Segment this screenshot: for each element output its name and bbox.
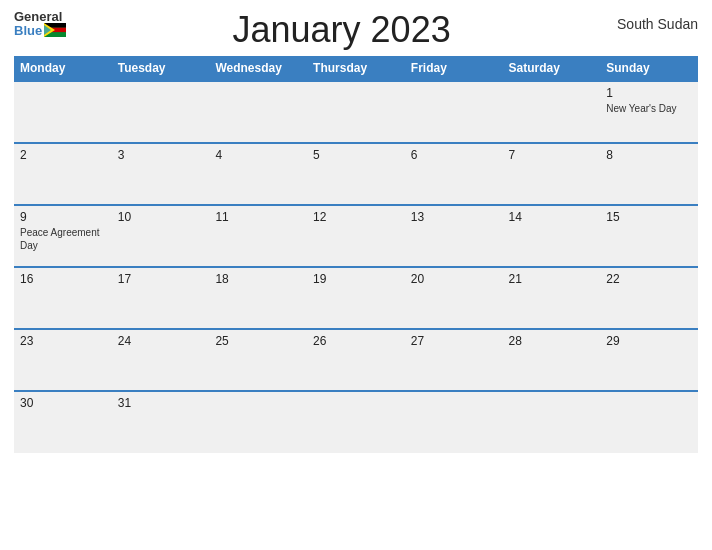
col-wednesday: Wednesday (209, 56, 307, 81)
table-row: 9Peace Agreement Day (14, 205, 112, 267)
day-number: 6 (411, 148, 497, 162)
calendar-header-row: Monday Tuesday Wednesday Thursday Friday… (14, 56, 698, 81)
calendar-header: General Blue January 2023 South Sudan (14, 10, 698, 50)
day-number: 1 (606, 86, 692, 100)
col-monday: Monday (14, 56, 112, 81)
table-row: 2 (14, 143, 112, 205)
calendar-container: General Blue January 2023 South Sudan (0, 0, 712, 550)
day-number: 11 (215, 210, 301, 224)
day-number: 25 (215, 334, 301, 348)
holiday-label: Peace Agreement Day (20, 226, 106, 252)
table-row: 17 (112, 267, 210, 329)
table-row (307, 391, 405, 453)
table-row (405, 391, 503, 453)
table-row (14, 81, 112, 143)
col-saturday: Saturday (503, 56, 601, 81)
table-row: 22 (600, 267, 698, 329)
table-row: 6 (405, 143, 503, 205)
table-row: 30 (14, 391, 112, 453)
table-row: 15 (600, 205, 698, 267)
day-number: 4 (215, 148, 301, 162)
table-row: 24 (112, 329, 210, 391)
table-row: 8 (600, 143, 698, 205)
table-row: 1New Year's Day (600, 81, 698, 143)
day-number: 18 (215, 272, 301, 286)
day-number: 24 (118, 334, 204, 348)
day-number: 9 (20, 210, 106, 224)
month-title: January 2023 (66, 10, 617, 50)
table-row (503, 391, 601, 453)
col-thursday: Thursday (307, 56, 405, 81)
table-row: 27 (405, 329, 503, 391)
logo-blue-text: Blue (14, 24, 42, 37)
day-number: 26 (313, 334, 399, 348)
table-row: 4 (209, 143, 307, 205)
table-row: 12 (307, 205, 405, 267)
day-number: 21 (509, 272, 595, 286)
table-row: 18 (209, 267, 307, 329)
col-tuesday: Tuesday (112, 56, 210, 81)
day-number: 13 (411, 210, 497, 224)
day-number: 12 (313, 210, 399, 224)
table-row: 10 (112, 205, 210, 267)
day-number: 22 (606, 272, 692, 286)
table-row: 25 (209, 329, 307, 391)
table-row: 29 (600, 329, 698, 391)
day-number: 14 (509, 210, 595, 224)
logo: General Blue (14, 10, 66, 37)
day-number: 16 (20, 272, 106, 286)
day-number: 3 (118, 148, 204, 162)
day-number: 5 (313, 148, 399, 162)
holiday-label: New Year's Day (606, 102, 692, 115)
table-row (112, 81, 210, 143)
day-number: 7 (509, 148, 595, 162)
table-row: 23 (14, 329, 112, 391)
day-number: 31 (118, 396, 204, 410)
table-row (503, 81, 601, 143)
table-row: 3 (112, 143, 210, 205)
table-row: 16 (14, 267, 112, 329)
table-row: 19 (307, 267, 405, 329)
day-number: 17 (118, 272, 204, 286)
table-row: 14 (503, 205, 601, 267)
day-number: 19 (313, 272, 399, 286)
table-row: 21 (503, 267, 601, 329)
table-row: 20 (405, 267, 503, 329)
day-number: 23 (20, 334, 106, 348)
table-row: 11 (209, 205, 307, 267)
table-row (600, 391, 698, 453)
day-number: 15 (606, 210, 692, 224)
calendar-table: Monday Tuesday Wednesday Thursday Friday… (14, 56, 698, 453)
table-row: 5 (307, 143, 405, 205)
day-number: 10 (118, 210, 204, 224)
day-number: 20 (411, 272, 497, 286)
table-row: 28 (503, 329, 601, 391)
table-row (405, 81, 503, 143)
table-row: 26 (307, 329, 405, 391)
country-name: South Sudan (617, 10, 698, 32)
table-row: 7 (503, 143, 601, 205)
day-number: 8 (606, 148, 692, 162)
day-number: 29 (606, 334, 692, 348)
day-number: 27 (411, 334, 497, 348)
day-number: 30 (20, 396, 106, 410)
table-row (307, 81, 405, 143)
table-row (209, 81, 307, 143)
day-number: 2 (20, 148, 106, 162)
logo-general-text: General (14, 10, 62, 23)
col-sunday: Sunday (600, 56, 698, 81)
day-number: 28 (509, 334, 595, 348)
logo-flag-icon (44, 23, 66, 37)
col-friday: Friday (405, 56, 503, 81)
table-row: 31 (112, 391, 210, 453)
table-row: 13 (405, 205, 503, 267)
calendar-body: 1New Year's Day23456789Peace Agreement D… (14, 81, 698, 453)
table-row (209, 391, 307, 453)
